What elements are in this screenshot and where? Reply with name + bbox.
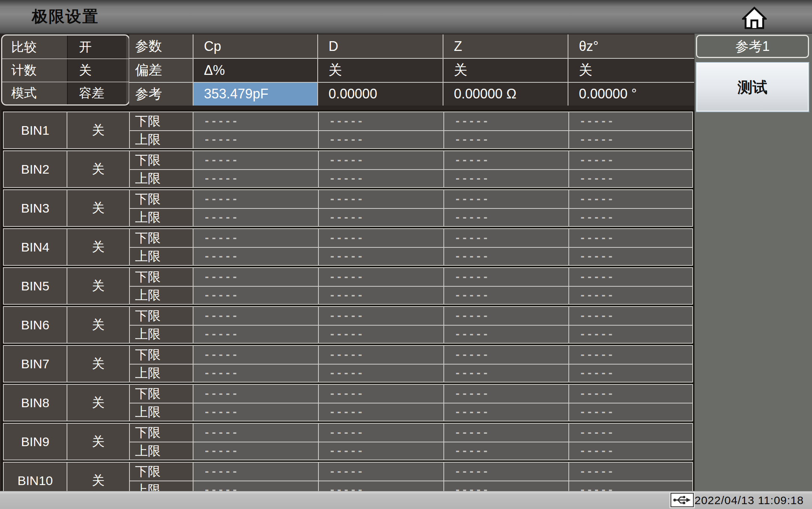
bin-lower-d-value[interactable]: ----- (318, 229, 443, 247)
bin-lower-cp-value[interactable]: ----- (193, 112, 318, 130)
bin-lower-z-value[interactable]: ----- (443, 151, 568, 169)
compare-value[interactable]: 开 (67, 36, 126, 58)
bin-lower-cp-value[interactable]: ----- (193, 346, 318, 364)
bin-state[interactable]: 关 (67, 385, 129, 421)
bin-lower-z-value[interactable]: ----- (443, 307, 568, 325)
bin-state[interactable]: 关 (67, 112, 129, 148)
bin-lower-theta-value[interactable]: ----- (568, 268, 692, 286)
bin-lower-cp-value[interactable]: ----- (193, 307, 318, 325)
reference-cell-z[interactable]: 0.00000 Ω (443, 82, 568, 106)
bin-upper-d-value[interactable]: ----- (318, 403, 443, 421)
bin-state[interactable]: 关 (67, 307, 129, 343)
bin-upper-z-value[interactable]: ----- (443, 130, 568, 148)
bin-lower-z-value[interactable]: ----- (443, 385, 568, 403)
bin-lower-theta-value[interactable]: ----- (568, 112, 692, 130)
bin-upper-cp-value[interactable]: ----- (193, 169, 318, 187)
bin-lower-z-value[interactable]: ----- (443, 229, 568, 247)
bin-lower-z-value[interactable]: ----- (443, 190, 568, 208)
deviation-cell-d[interactable]: 关 (317, 58, 443, 82)
bin-lower-d-value[interactable]: ----- (318, 190, 443, 208)
bin-lower-z-value[interactable]: ----- (443, 346, 568, 364)
bin-lower-cp-value[interactable]: ----- (193, 463, 318, 481)
bin-lower-z-value[interactable]: ----- (443, 463, 568, 481)
bin-upper-d-value[interactable]: ----- (318, 247, 443, 265)
bin-lower-z-value[interactable]: ----- (443, 268, 568, 286)
bin-lower-d-value[interactable]: ----- (318, 385, 443, 403)
bin-lower-cp-value[interactable]: ----- (193, 229, 318, 247)
param-cell-d[interactable]: D (317, 34, 443, 58)
bin-upper-theta-value[interactable]: ----- (568, 130, 692, 148)
bin-lower-theta-value[interactable]: ----- (568, 463, 692, 481)
bin-lower-theta-value[interactable]: ----- (568, 307, 692, 325)
bin-upper-cp-value[interactable]: ----- (193, 364, 318, 382)
reference-cell-theta[interactable]: 0.00000 ° (568, 82, 694, 106)
bin-upper-z-value[interactable]: ----- (443, 247, 568, 265)
bin-lower-z-value[interactable]: ----- (443, 112, 568, 130)
bin-upper-cp-value[interactable]: ----- (193, 442, 318, 460)
bin-lower-theta-value[interactable]: ----- (568, 229, 692, 247)
bin-upper-d-value[interactable]: ----- (318, 169, 443, 187)
bin-lower-theta-value[interactable]: ----- (568, 346, 692, 364)
bin-upper-theta-value[interactable]: ----- (568, 364, 692, 382)
bin-lower-cp-value[interactable]: ----- (193, 151, 318, 169)
bin-lower-theta-value[interactable]: ----- (568, 190, 692, 208)
bin-upper-z-value[interactable]: ----- (443, 442, 568, 460)
bin-upper-theta-value[interactable]: ----- (568, 442, 692, 460)
bin-lower-theta-value[interactable]: ----- (568, 151, 692, 169)
bin-upper-theta-value[interactable]: ----- (568, 169, 692, 187)
bin-upper-cp-value[interactable]: ----- (193, 247, 318, 265)
bin-upper-cp-value[interactable]: ----- (193, 403, 318, 421)
bin-upper-theta-value[interactable]: ----- (568, 325, 692, 343)
bin-state[interactable]: 关 (67, 190, 129, 226)
param-cell-z[interactable]: Z (443, 34, 568, 58)
deviation-cell-z[interactable]: 关 (443, 58, 568, 82)
bin-lower-cp-value[interactable]: ----- (193, 190, 318, 208)
bin-upper-cp-value[interactable]: ----- (193, 130, 318, 148)
bin-upper-theta-value[interactable]: ----- (568, 247, 692, 265)
reference-page-button[interactable]: 参考1 (696, 35, 809, 58)
count-value[interactable]: 关 (67, 59, 126, 81)
bin-lower-theta-value[interactable]: ----- (568, 385, 692, 403)
test-button[interactable]: 测试 (696, 62, 809, 112)
bin-lower-d-value[interactable]: ----- (318, 307, 443, 325)
bin-lower-d-value[interactable]: ----- (318, 151, 443, 169)
bin-upper-z-value[interactable]: ----- (443, 325, 568, 343)
param-cell-cp[interactable]: Cp (193, 34, 317, 58)
bin-state[interactable]: 关 (67, 424, 129, 460)
bin-upper-z-value[interactable]: ----- (443, 169, 568, 187)
bin-upper-d-value[interactable]: ----- (318, 364, 443, 382)
bin-upper-d-value[interactable]: ----- (318, 286, 443, 304)
bin-upper-z-value[interactable]: ----- (443, 208, 568, 226)
bin-lower-d-value[interactable]: ----- (318, 463, 443, 481)
deviation-cell-theta[interactable]: 关 (568, 58, 694, 82)
bin-upper-cp-value[interactable]: ----- (193, 208, 318, 226)
bin-upper-d-value[interactable]: ----- (318, 442, 443, 460)
bin-upper-theta-value[interactable]: ----- (568, 403, 692, 421)
bin-lower-cp-value[interactable]: ----- (193, 424, 318, 442)
mode-value[interactable]: 容差 (67, 82, 126, 104)
reference-cell-cp-selected[interactable]: 353.479pF (193, 82, 317, 106)
bin-lower-d-value[interactable]: ----- (318, 268, 443, 286)
bin-state[interactable]: 关 (67, 346, 129, 382)
bin-upper-theta-value[interactable]: ----- (568, 208, 692, 226)
bin-upper-z-value[interactable]: ----- (443, 364, 568, 382)
deviation-cell-cp[interactable]: Δ% (193, 58, 317, 82)
bin-state[interactable]: 关 (67, 268, 129, 304)
bin-upper-d-value[interactable]: ----- (318, 208, 443, 226)
bin-lower-z-value[interactable]: ----- (443, 424, 568, 442)
bin-lower-cp-value[interactable]: ----- (193, 385, 318, 403)
bin-upper-d-value[interactable]: ----- (318, 325, 443, 343)
bin-lower-d-value[interactable]: ----- (318, 112, 443, 130)
reference-cell-d[interactable]: 0.00000 (317, 82, 443, 106)
bin-lower-theta-value[interactable]: ----- (568, 424, 692, 442)
bin-upper-cp-value[interactable]: ----- (193, 286, 318, 304)
bin-lower-d-value[interactable]: ----- (318, 424, 443, 442)
bin-upper-z-value[interactable]: ----- (443, 403, 568, 421)
bin-upper-z-value[interactable]: ----- (443, 286, 568, 304)
bin-state[interactable]: 关 (67, 151, 129, 187)
bin-lower-cp-value[interactable]: ----- (193, 268, 318, 286)
bin-upper-d-value[interactable]: ----- (318, 130, 443, 148)
param-cell-theta[interactable]: θz° (568, 34, 694, 58)
bin-state[interactable]: 关 (67, 229, 129, 265)
bin-lower-d-value[interactable]: ----- (318, 346, 443, 364)
